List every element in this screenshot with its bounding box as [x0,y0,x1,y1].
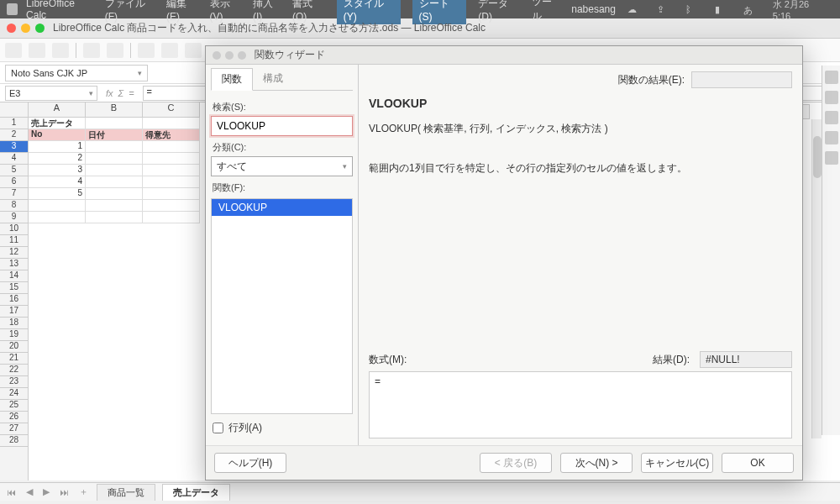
row-header[interactable]: 14 [0,270,28,282]
dialog-close-icon[interactable] [213,51,221,60]
cell[interactable] [86,176,143,188]
cell[interactable] [143,165,200,176]
first-sheet-icon[interactable]: ⏮ [5,487,18,497]
menu-edit[interactable]: 編集(E) [166,0,197,23]
cell[interactable] [86,141,143,153]
last-sheet-icon[interactable]: ⏭ [58,487,71,497]
cell[interactable] [86,118,143,129]
col-header[interactable]: A [29,102,86,117]
back-button[interactable]: < 戻る(B) [480,453,552,473]
menu-file[interactable]: ファイル(F) [105,0,155,23]
cell[interactable] [29,212,86,223]
fx-icon[interactable]: fx [106,88,113,98]
menu-app-name[interactable]: LibreOffice Calc [26,0,93,21]
row-header[interactable]: 10 [0,223,28,235]
sheet-tab[interactable]: 商品一覧 [97,484,155,501]
array-checkbox[interactable] [213,423,223,433]
row-header[interactable]: 17 [0,306,28,318]
add-sheet-icon[interactable]: ＋ [77,486,90,498]
row-header[interactable]: 19 [0,329,28,341]
row-header[interactable]: 6 [0,176,28,188]
row-header[interactable]: 23 [0,376,28,388]
menu-insert[interactable]: 挿入(I) [253,0,281,23]
cell[interactable] [143,188,200,200]
cell[interactable] [143,141,200,153]
menu-user[interactable]: nabesang [571,3,616,15]
corner-cell[interactable] [0,102,28,118]
col-header[interactable]: B [86,102,143,117]
menu-tools[interactable]: ツール [532,0,560,24]
cell[interactable] [143,118,200,129]
help-button[interactable]: ヘルプ(H) [214,453,286,473]
cell[interactable]: 売上データ [29,118,86,129]
row-header[interactable]: 13 [0,259,28,270]
cell[interactable]: 2 [29,153,86,165]
next-sheet-icon[interactable]: ▶ [41,486,51,497]
close-icon[interactable] [7,24,16,33]
function-list[interactable]: VLOOKUP [211,198,353,414]
menu-data[interactable]: データ(D) [478,0,519,23]
cell[interactable]: 1 [29,141,86,153]
row-header[interactable]: 7 [0,188,28,200]
name-box[interactable]: E3 ▾ [5,86,97,101]
toolbar-export-icon[interactable] [83,43,100,58]
sidebar-gallery-icon[interactable] [825,111,838,124]
dialog-titlebar[interactable]: 関数ウィザード [206,46,802,65]
toolbar-cut-icon[interactable] [138,43,155,58]
formula-textarea[interactable]: = [369,371,792,438]
toolbar-paste-icon[interactable] [185,43,202,58]
toolbar-new-icon[interactable] [5,43,22,58]
row-header[interactable]: 8 [0,200,28,212]
toolbar-save-icon[interactable] [52,43,69,58]
prev-sheet-icon[interactable]: ◀ [24,486,34,497]
cell[interactable]: 5 [29,188,86,200]
maximize-icon[interactable] [35,24,45,33]
row-header[interactable]: 2 [0,129,28,141]
font-name-combo[interactable]: Noto Sans CJK JP ▾ [5,65,148,81]
cell[interactable] [143,153,200,165]
row-header[interactable]: 26 [0,412,28,423]
cells-area[interactable]: A B C 売上データ No日付得意先 1 2 3 4 5 [29,102,200,480]
cell[interactable] [86,165,143,176]
row-header[interactable]: 4 [0,153,28,165]
cell[interactable]: 4 [29,176,86,188]
cancel-button[interactable]: キャンセル(C) [641,453,713,473]
category-select[interactable]: すべて ▾ [211,156,353,176]
row-header[interactable]: 11 [0,235,28,247]
cell[interactable]: 日付 [86,129,143,141]
toolbar-print-icon[interactable] [107,43,123,58]
function-list-item[interactable]: VLOOKUP [212,199,352,216]
menu-format[interactable]: 書式(O) [292,0,325,23]
row-header[interactable]: 16 [0,294,28,306]
sum-icon[interactable]: Σ [118,88,124,98]
tab-structure[interactable]: 構成 [253,68,293,90]
toolbar-open-icon[interactable] [29,43,45,58]
window-controls[interactable] [7,24,45,33]
cell[interactable]: 得意先 [143,129,200,141]
row-header[interactable]: 22 [0,365,28,376]
scrollbar-thumb[interactable] [813,136,822,178]
cell[interactable]: 3 [29,165,86,176]
cell[interactable] [86,212,143,223]
sidebar-functions-icon[interactable] [825,151,838,165]
row-header[interactable]: 18 [0,318,28,329]
row-header[interactable]: 24 [0,388,28,400]
row-header[interactable]: 9 [0,212,28,223]
minimize-icon[interactable] [21,24,30,33]
row-header[interactable]: 25 [0,400,28,412]
cell[interactable] [143,212,200,223]
cell[interactable] [29,200,86,212]
row-header[interactable]: 1 [0,118,28,129]
sidebar-properties-icon[interactable] [825,71,838,84]
tab-functions[interactable]: 関数 [211,68,253,91]
row-header[interactable]: 20 [0,341,28,353]
row-header[interactable]: 27 [0,423,28,435]
cell[interactable] [86,153,143,165]
col-header[interactable]: C [143,102,200,117]
row-header[interactable]: 12 [0,247,28,259]
row-header[interactable]: 5 [0,165,28,176]
cell[interactable] [143,200,200,212]
row-header[interactable]: 3 [0,141,28,153]
row-header[interactable]: 21 [0,353,28,365]
sidebar-styles-icon[interactable] [825,91,838,104]
